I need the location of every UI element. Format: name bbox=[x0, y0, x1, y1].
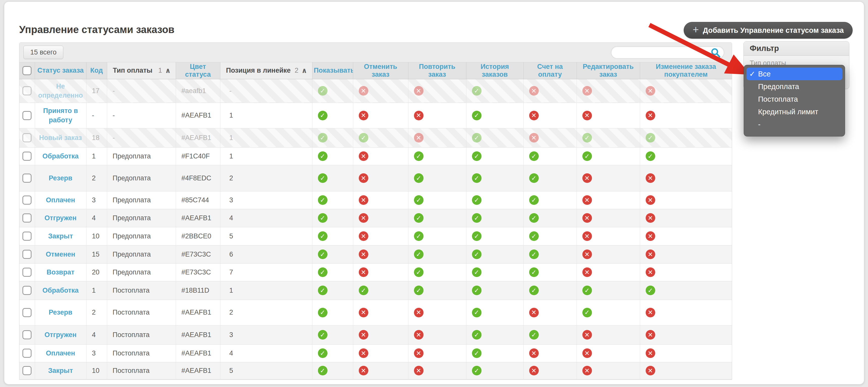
search-input[interactable] bbox=[611, 46, 724, 59]
row-checkbox[interactable] bbox=[23, 111, 32, 120]
check-icon[interactable]: ✓ bbox=[318, 330, 328, 339]
cross-icon[interactable]: ✕ bbox=[414, 86, 424, 96]
order-status-link[interactable]: Закрыт bbox=[48, 232, 73, 240]
row-checkbox[interactable] bbox=[23, 330, 32, 339]
dropdown-option[interactable]: Кредитный лимит bbox=[746, 106, 842, 118]
check-icon[interactable]: ✓ bbox=[318, 366, 328, 376]
row-checkbox[interactable] bbox=[23, 133, 32, 142]
column-header-8[interactable]: Повторить заказ bbox=[408, 62, 466, 79]
order-status-link[interactable]: Обработка bbox=[42, 152, 79, 160]
row-checkbox[interactable] bbox=[23, 174, 32, 183]
row-checkbox[interactable] bbox=[23, 286, 32, 295]
cross-icon[interactable]: ✕ bbox=[359, 151, 368, 161]
cross-icon[interactable]: ✕ bbox=[359, 366, 368, 376]
check-icon[interactable]: ✓ bbox=[582, 286, 592, 295]
cross-icon[interactable]: ✕ bbox=[359, 267, 368, 277]
cross-icon[interactable]: ✕ bbox=[582, 267, 592, 277]
cross-icon[interactable]: ✕ bbox=[359, 308, 368, 317]
check-icon[interactable]: ✓ bbox=[318, 173, 328, 183]
cross-icon[interactable]: ✕ bbox=[414, 111, 424, 120]
cross-icon[interactable]: ✕ bbox=[646, 249, 655, 259]
order-status-link[interactable]: Оплачен bbox=[46, 196, 75, 204]
cross-icon[interactable]: ✕ bbox=[582, 173, 592, 183]
cross-icon[interactable]: ✕ bbox=[414, 366, 424, 376]
cross-icon[interactable]: ✕ bbox=[359, 195, 368, 205]
check-icon[interactable]: ✓ bbox=[472, 111, 482, 120]
column-header-9[interactable]: История заказов bbox=[466, 62, 523, 79]
cross-icon[interactable]: ✕ bbox=[582, 111, 592, 120]
cross-icon[interactable]: ✕ bbox=[529, 366, 539, 376]
dropdown-option[interactable]: Постоплата bbox=[746, 93, 842, 106]
cross-icon[interactable]: ✕ bbox=[359, 348, 368, 358]
cross-icon[interactable]: ✕ bbox=[414, 133, 424, 143]
check-icon[interactable]: ✓ bbox=[529, 173, 539, 183]
cross-icon[interactable]: ✕ bbox=[359, 249, 368, 259]
row-checkbox[interactable] bbox=[23, 232, 32, 241]
check-icon[interactable]: ✓ bbox=[359, 286, 368, 295]
check-icon[interactable]: ✓ bbox=[414, 195, 424, 205]
check-icon[interactable]: ✓ bbox=[472, 213, 482, 223]
row-checkbox[interactable] bbox=[23, 213, 32, 222]
column-header-6[interactable]: Показывать bbox=[312, 62, 353, 79]
check-icon[interactable]: ✓ bbox=[414, 151, 424, 161]
cross-icon[interactable]: ✕ bbox=[414, 330, 424, 339]
cross-icon[interactable]: ✕ bbox=[529, 133, 539, 143]
cross-icon[interactable]: ✕ bbox=[582, 86, 592, 96]
check-icon[interactable]: ✓ bbox=[529, 267, 539, 277]
cross-icon[interactable]: ✕ bbox=[646, 213, 655, 223]
check-icon[interactable]: ✓ bbox=[646, 151, 655, 161]
row-checkbox[interactable] bbox=[23, 308, 32, 317]
check-icon[interactable]: ✓ bbox=[472, 330, 482, 339]
check-icon[interactable]: ✓ bbox=[472, 151, 482, 161]
check-icon[interactable]: ✓ bbox=[472, 308, 482, 317]
column-header-3[interactable]: Тип оплаты1∧ bbox=[107, 62, 176, 79]
cross-icon[interactable]: ✕ bbox=[359, 213, 368, 223]
check-icon[interactable]: ✓ bbox=[472, 86, 482, 96]
cross-icon[interactable]: ✕ bbox=[646, 173, 655, 183]
total-count-button[interactable]: 15 всего bbox=[24, 46, 63, 59]
check-icon[interactable]: ✓ bbox=[318, 286, 328, 295]
cross-icon[interactable]: ✕ bbox=[529, 111, 539, 120]
order-status-link[interactable]: Отменен bbox=[46, 250, 75, 258]
order-status-link[interactable]: Отгружен bbox=[44, 331, 76, 338]
check-icon[interactable]: ✓ bbox=[582, 151, 592, 161]
cross-icon[interactable]: ✕ bbox=[646, 348, 655, 358]
cross-icon[interactable]: ✕ bbox=[414, 348, 424, 358]
row-checkbox[interactable] bbox=[23, 349, 32, 358]
check-icon[interactable]: ✓ bbox=[582, 133, 592, 143]
cross-icon[interactable]: ✕ bbox=[646, 86, 655, 96]
column-header-7[interactable]: Отменить заказ bbox=[353, 62, 408, 79]
cross-icon[interactable]: ✕ bbox=[646, 330, 655, 339]
check-icon[interactable]: ✓ bbox=[529, 231, 539, 241]
check-icon[interactable]: ✓ bbox=[318, 308, 328, 317]
cross-icon[interactable]: ✕ bbox=[646, 111, 655, 120]
dropdown-option[interactable]: Предоплата bbox=[746, 80, 842, 93]
cross-icon[interactable]: ✕ bbox=[646, 366, 655, 376]
check-icon[interactable]: ✓ bbox=[318, 249, 328, 259]
cross-icon[interactable]: ✕ bbox=[582, 366, 592, 376]
check-icon[interactable]: ✓ bbox=[529, 330, 539, 339]
check-icon[interactable]: ✓ bbox=[472, 195, 482, 205]
check-icon[interactable]: ✓ bbox=[318, 267, 328, 277]
check-icon[interactable]: ✓ bbox=[646, 133, 655, 143]
check-icon[interactable]: ✓ bbox=[472, 173, 482, 183]
check-icon[interactable]: ✓ bbox=[414, 286, 424, 295]
order-status-link[interactable]: Резерв bbox=[49, 174, 72, 182]
check-icon[interactable]: ✓ bbox=[359, 133, 368, 143]
cross-icon[interactable]: ✕ bbox=[646, 308, 655, 317]
cross-icon[interactable]: ✕ bbox=[646, 195, 655, 205]
cross-icon[interactable]: ✕ bbox=[582, 231, 592, 241]
column-header-12[interactable]: Изменение заказа покупателем bbox=[640, 62, 732, 79]
row-checkbox[interactable] bbox=[23, 152, 32, 161]
cross-icon[interactable]: ✕ bbox=[359, 173, 368, 183]
check-icon[interactable]: ✓ bbox=[318, 213, 328, 223]
check-icon[interactable]: ✓ bbox=[318, 348, 328, 358]
check-icon[interactable]: ✓ bbox=[582, 308, 592, 317]
order-status-link[interactable]: Принято в работу bbox=[43, 107, 78, 124]
cross-icon[interactable]: ✕ bbox=[359, 111, 368, 120]
check-icon[interactable]: ✓ bbox=[318, 195, 328, 205]
check-icon[interactable]: ✓ bbox=[472, 366, 482, 376]
select-all-checkbox[interactable] bbox=[23, 66, 32, 75]
order-status-link[interactable]: Закрыт bbox=[48, 367, 73, 375]
cross-icon[interactable]: ✕ bbox=[646, 231, 655, 241]
